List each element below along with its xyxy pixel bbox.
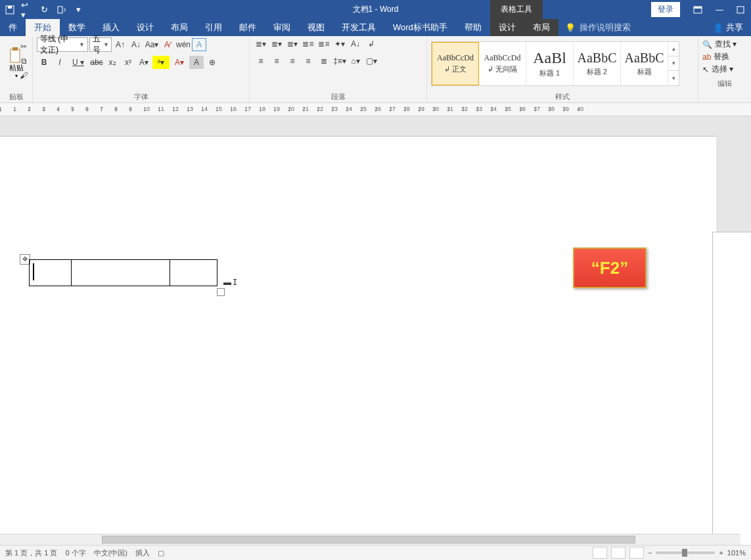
table-cell[interactable] — [170, 260, 217, 286]
style-normal[interactable]: AaBbCcDd↲ 正文 — [432, 42, 479, 85]
align-justify-icon[interactable]: ≡ — [301, 54, 315, 68]
zoom-out-icon[interactable]: − — [648, 549, 652, 557]
table-resize-handle-icon[interactable] — [217, 288, 225, 296]
subscript-button[interactable]: x₂ — [105, 56, 120, 69]
replace-button[interactable]: ab替换 — [702, 51, 747, 62]
font-size-combo[interactable]: 五号▼ — [89, 37, 112, 52]
table-cell[interactable] — [30, 260, 72, 286]
tab-view[interactable]: 视图 — [299, 19, 333, 36]
print-layout-icon[interactable] — [611, 547, 626, 559]
font-color-icon[interactable]: A▾ — [171, 56, 188, 69]
tab-mailings[interactable]: 邮件 — [231, 19, 265, 36]
replace-icon: ab — [702, 53, 711, 62]
numbering-icon[interactable]: ≣▾ — [269, 37, 284, 51]
line-spacing-icon[interactable]: ‡≡▾ — [332, 54, 347, 68]
zoom-thumb[interactable] — [682, 549, 687, 557]
style-no-spacing[interactable]: AaBbCcDd↲ 无间隔 — [479, 42, 526, 85]
increase-indent-icon[interactable]: ≣≡ — [317, 37, 331, 51]
grow-font-icon[interactable]: A↑ — [113, 38, 127, 51]
style-heading1[interactable]: AaBl标题 1 — [526, 42, 574, 85]
sort-icon[interactable]: A↓ — [348, 37, 363, 51]
ribbon-display-options-icon[interactable] — [687, 0, 709, 19]
document-page-next — [712, 232, 751, 545]
redo-icon[interactable]: ↻ — [38, 4, 50, 16]
bold-button[interactable]: B — [37, 56, 51, 69]
find-button[interactable]: 🔍查找 ▾ — [702, 39, 747, 50]
tell-me[interactable]: 💡 操作说明搜索 — [558, 19, 637, 36]
superscript-button[interactable]: x² — [121, 56, 135, 69]
save-icon[interactable] — [4, 4, 16, 16]
tab-table-design[interactable]: 设计 — [490, 19, 524, 36]
scroll-up-icon[interactable]: ▴ — [668, 42, 679, 56]
word-count[interactable]: 0 个字 — [65, 548, 85, 558]
align-right-icon[interactable]: ≡ — [285, 54, 300, 68]
document-table[interactable] — [29, 259, 217, 286]
style-title[interactable]: AaBbC标题 — [621, 42, 668, 85]
qat-customize-icon[interactable]: ▾ — [72, 4, 84, 16]
macro-record-icon[interactable]: ▢ — [158, 549, 164, 557]
style-gallery[interactable]: AaBbCcDd↲ 正文 AaBbCcDd↲ 无间隔 AaBl标题 1 AaBb… — [431, 41, 679, 86]
table-row[interactable] — [30, 260, 217, 286]
underline-button[interactable]: U ▾ — [68, 56, 88, 69]
style-heading2[interactable]: AaBbC标题 2 — [574, 42, 621, 85]
login-button[interactable]: 登录 — [651, 2, 680, 17]
align-center-icon[interactable]: ≡ — [269, 54, 284, 68]
distribute-icon[interactable]: ≣ — [317, 54, 331, 68]
zoom-inender-icon[interactable]: + — [719, 549, 723, 557]
tab-developer[interactable]: 开发工具 — [333, 19, 384, 36]
copy-icon[interactable]: ⧉ — [16, 54, 31, 68]
tab-layout[interactable]: 布局 — [162, 19, 196, 36]
char-shading-icon[interactable]: A — [189, 56, 204, 69]
tab-design[interactable]: 设计 — [128, 19, 162, 36]
change-case-icon[interactable]: Aa▾ — [145, 38, 159, 51]
shading-icon[interactable]: ⌂▾ — [348, 54, 363, 68]
borders-icon[interactable]: ▢▾ — [364, 54, 378, 68]
tab-references[interactable]: 引用 — [196, 19, 231, 36]
asian-layout-icon[interactable]: ✦▾ — [332, 37, 347, 51]
horizontal-ruler[interactable]: 1123456789101112131415161718192021222324… — [0, 103, 751, 116]
read-mode-icon[interactable] — [593, 547, 607, 559]
table-cell[interactable] — [72, 260, 170, 286]
strikethrough-button[interactable]: abc — [89, 56, 104, 69]
bullets-icon[interactable]: ≣▾ — [254, 37, 268, 51]
expand-icon[interactable]: ▾ — [668, 71, 679, 85]
tab-addon[interactable]: Word标书助手 — [384, 19, 456, 36]
page-indicator[interactable]: 第 1 页，共 1 页 — [5, 548, 57, 558]
multilevel-list-icon[interactable]: ≣▾ — [285, 37, 300, 51]
maximize-icon[interactable] — [730, 0, 751, 19]
group-editing: 🔍查找 ▾ ab替换 ↖选择 ▾ 编辑 — [698, 36, 751, 102]
phonetic-guide-icon[interactable]: wén — [176, 38, 191, 51]
scroll-down-icon[interactable]: ▾ — [668, 56, 679, 71]
undo-icon[interactable]: ↩ ▾ — [21, 4, 33, 16]
share-button[interactable]: 👤 共享 — [705, 19, 751, 36]
zoom-slider[interactable] — [656, 551, 715, 554]
language-indicator[interactable]: 中文(中国) — [94, 548, 127, 558]
tab-review[interactable]: 审阅 — [265, 19, 299, 36]
shrink-font-icon[interactable]: A↓ — [129, 38, 143, 51]
tab-file[interactable]: 件 — [0, 19, 26, 36]
font-name-combo[interactable]: 等线 (中文正)▼ — [37, 37, 88, 52]
tab-help[interactable]: 帮助 — [456, 19, 490, 36]
select-button[interactable]: ↖选择 ▾ — [702, 64, 747, 75]
format-painter-icon[interactable]: 🖌 — [16, 69, 31, 82]
style-gallery-more[interactable]: ▴▾▾ — [668, 42, 679, 85]
horizontal-scrollbar[interactable] — [0, 534, 740, 545]
clear-format-icon[interactable]: A⁄ — [160, 38, 175, 51]
highlight-icon[interactable]: ª▾ — [152, 56, 170, 69]
char-border-icon[interactable]: A — [192, 38, 206, 51]
enclose-char-icon[interactable]: ⊕ — [205, 56, 219, 69]
insert-mode[interactable]: 插入 — [135, 548, 150, 558]
scrollbar-thumb[interactable] — [102, 536, 635, 544]
zoom-level[interactable]: 101% — [727, 549, 746, 557]
align-left-icon[interactable]: ≡ — [254, 54, 268, 68]
web-layout-icon[interactable] — [629, 547, 644, 559]
document-page[interactable] — [0, 136, 716, 543]
minimize-icon[interactable]: — — [709, 0, 730, 19]
italic-button[interactable]: I — [53, 56, 67, 69]
tab-table-layout[interactable]: 布局 — [524, 19, 558, 36]
decrease-indent-icon[interactable]: ≣≡ — [301, 37, 315, 51]
touch-mode-icon[interactable] — [55, 4, 67, 16]
cut-icon[interactable]: ✂ — [16, 40, 31, 53]
show-marks-icon[interactable]: ↲ — [364, 37, 378, 51]
text-effects-icon[interactable]: A▾ — [137, 56, 151, 69]
